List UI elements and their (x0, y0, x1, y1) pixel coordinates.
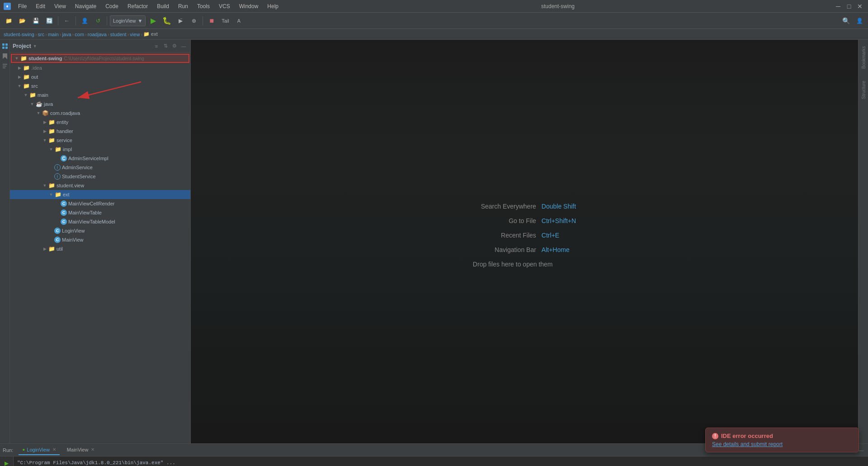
debug-button[interactable]: 🐛 (161, 15, 173, 27)
menu-tools[interactable]: Tools (193, 2, 213, 10)
new-project-icon[interactable]: 📁 (3, 15, 14, 27)
tree-item-entity[interactable]: ▶ 📁 entity (10, 118, 190, 127)
hide-panel-icon[interactable]: — (179, 42, 188, 50)
tree-item-ext[interactable]: ▼ 📁 ext (10, 190, 190, 199)
tree-item-src[interactable]: ▼ 📁 src (10, 81, 190, 90)
run-content: ▶ 🔨 ■ 📌 ⬚ ⚙ 🗑 "C:\Program Files\Java\jdk… (0, 456, 868, 466)
combo-dropdown-icon: ▼ (138, 18, 143, 24)
error-icon: ! (712, 433, 718, 439)
project-root-label: student-swing (28, 56, 62, 61)
refactor-icon[interactable]: ↺ (92, 15, 104, 27)
user-icon[interactable]: 👤 (79, 15, 90, 27)
project-root-path: C:\Users\zyf\IdeaProjects\student-swing (64, 56, 144, 61)
tree-item-mainviewtable[interactable]: C MainViewTable (10, 208, 190, 217)
run-button[interactable]: ▶ (147, 15, 159, 27)
run-tab-loginview[interactable]: ● LoginView ✕ (19, 445, 60, 455)
menu-code[interactable]: Code (102, 2, 122, 10)
window-title: student-swing (541, 3, 575, 10)
tree-item-main[interactable]: ▼ 📁 main (10, 90, 190, 100)
breadcrumb-project[interactable]: student-swing (4, 32, 34, 37)
expand-icon[interactable]: ⇅ (161, 42, 170, 50)
stop-button[interactable]: ■ (206, 15, 217, 27)
save-icon[interactable]: 💾 (30, 15, 42, 27)
run-tab-mainview[interactable]: MainView ✕ (63, 445, 99, 455)
tree-item-service[interactable]: ▼ 📁 service (10, 136, 190, 145)
breadcrumb-src[interactable]: src (38, 32, 45, 37)
bookmarks-panel-icon[interactable]: Bookmarks (859, 42, 868, 73)
back-icon[interactable]: ← (61, 15, 73, 27)
ide-error-link[interactable]: See details and submit report (712, 441, 852, 447)
svg-rect-0 (2, 43, 5, 46)
run-tab-loginview-close[interactable]: ✕ (52, 447, 56, 452)
breadcrumb-roadjava[interactable]: roadjava (88, 32, 107, 37)
tree-item-adminserviceimpl[interactable]: C AdminServiceImpl (10, 154, 190, 163)
navigation-bar-row: Navigation Bar Alt+Home (473, 246, 576, 253)
tree-item-out[interactable]: ▶ 📁 out (10, 72, 190, 81)
coverage-icon[interactable]: ▶̈ (175, 15, 186, 27)
app-icon: ♦ (4, 3, 11, 10)
structure-panel-icon[interactable]: Structure (859, 74, 868, 106)
rerun-icon[interactable]: ▶ (2, 458, 12, 466)
settings-icon[interactable]: ⚙ (170, 42, 179, 50)
breadcrumb-student[interactable]: student (110, 32, 127, 37)
search-everywhere-shortcut: Double Shift (542, 203, 576, 210)
ide-error-title-text: IDE error occurred (721, 433, 773, 439)
profile-icon[interactable]: ⊕ (188, 15, 200, 27)
drop-files-row: Drop files here to open them (473, 261, 576, 268)
maximize-button[interactable]: □ (844, 2, 854, 11)
tree-item-loginview[interactable]: C LoginView (10, 226, 190, 235)
menu-file[interactable]: File (14, 2, 30, 10)
separator-1 (58, 16, 58, 25)
open-icon[interactable]: 📂 (16, 15, 28, 27)
main-folder-icon: 📁 (29, 91, 36, 99)
editor-area: Search Everywhere Double Shift Go to Fil… (191, 40, 858, 443)
tree-item-mainviewtablemodel[interactable]: C MainViewTableModel (10, 217, 190, 226)
menu-navigate[interactable]: Navigate (71, 2, 100, 10)
tree-item-studentservice[interactable]: I StudentService (10, 172, 190, 181)
goto-file-row: Go to File Ctrl+Shift+N (473, 217, 576, 224)
breadcrumb-com[interactable]: com (75, 32, 84, 37)
main-label: main (38, 92, 48, 98)
tree-item-comroadjava[interactable]: ▼ 📦 com.roadjava (10, 109, 190, 118)
run-tab-mainview-close[interactable]: ✕ (91, 447, 94, 452)
project-dropdown-icon[interactable]: ▼ (33, 44, 37, 48)
sync-icon[interactable]: 🔄 (43, 15, 55, 27)
project-root-item[interactable]: ▼ 📁 student-swing C:\Users\zyf\IdeaProje… (11, 54, 189, 63)
close-button[interactable]: ✕ (855, 2, 864, 11)
minimize-button[interactable]: ─ (834, 2, 843, 11)
run-config-combo[interactable]: LoginView ▼ (110, 15, 146, 26)
menu-view[interactable]: View (51, 2, 70, 10)
tree-item-adminservice[interactable]: I AdminService (10, 163, 190, 172)
collapse-all-icon[interactable]: ≡ (152, 42, 160, 50)
menu-refactor[interactable]: Refactor (124, 2, 151, 10)
title-bar-left: ♦ File Edit View Navigate Code Refactor … (4, 2, 282, 10)
breadcrumb-main[interactable]: main (48, 32, 59, 37)
tree-item-idea[interactable]: ▶ 📁 .idea (10, 63, 190, 72)
tree-item-handler[interactable]: ▶ 📁 handler (10, 127, 190, 136)
menu-help[interactable]: Help (264, 2, 282, 10)
menu-run[interactable]: Run (175, 2, 192, 10)
adminserviceimpl-icon: C (61, 155, 67, 162)
avatar-icon[interactable]: 👤 (854, 15, 865, 27)
menu-edit[interactable]: Edit (32, 2, 49, 10)
menu-vcs[interactable]: VCS (215, 2, 234, 10)
bookmark-tool-icon[interactable] (0, 52, 9, 61)
tree-item-impl[interactable]: ▼ 📁 impl (10, 145, 190, 154)
mainview-label: MainView (62, 237, 84, 243)
mainviewtablemodel-icon: C (61, 219, 67, 225)
structure-tool-icon[interactable] (0, 62, 9, 71)
project-tool-icon[interactable] (0, 42, 9, 51)
loginview-icon: C (54, 228, 61, 234)
tree-item-studentview[interactable]: ▼ 📁 student.view (10, 181, 190, 190)
tree-item-java[interactable]: ▼ ☕ java (10, 100, 190, 109)
menu-build[interactable]: Build (153, 2, 173, 10)
menu-window[interactable]: Window (236, 2, 262, 10)
breadcrumb-java[interactable]: java (62, 32, 71, 37)
tree-item-util[interactable]: ▶ 📁 util (10, 244, 190, 253)
search-everywhere-icon[interactable]: 🔍 (840, 15, 852, 27)
tree-item-mainviewcellrender[interactable]: C MainViewCellRender (10, 199, 190, 208)
tail-button[interactable]: Tail (219, 15, 231, 27)
translate-icon[interactable]: A (233, 15, 245, 27)
breadcrumb-view[interactable]: view (130, 32, 140, 37)
tree-item-mainview[interactable]: C MainView (10, 235, 190, 244)
